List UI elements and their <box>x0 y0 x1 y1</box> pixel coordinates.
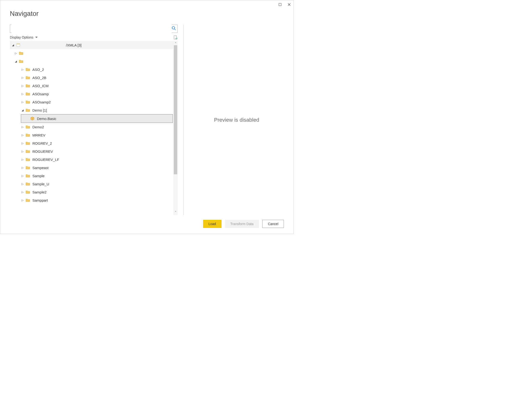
titlebar <box>0 0 294 9</box>
folder-icon <box>26 141 30 145</box>
dialog-footer: Load Transform Data Cancel <box>0 215 294 234</box>
preview-message: Preview is disabled <box>214 117 259 123</box>
tree-item[interactable]: ▷ Sample <box>10 172 173 180</box>
tree-item[interactable]: ◢ <box>10 57 173 65</box>
folder-icon <box>26 198 30 202</box>
left-pane: Display Options ◢ <box>10 25 178 215</box>
tree-item[interactable]: ▷ <box>10 49 173 57</box>
folder-icon <box>26 108 30 112</box>
chevron-down-icon <box>35 37 38 38</box>
folder-icon <box>26 182 30 186</box>
scroll-down-icon[interactable]: ˅ <box>175 211 176 214</box>
tree-item-label: ASO_2B <box>32 76 46 80</box>
tree-item-label: Demo [1] <box>32 108 47 112</box>
tree-item-label: Sample2 <box>32 190 46 194</box>
expander-icon[interactable]: ▷ <box>21 158 24 161</box>
tree-item[interactable]: ▷ Sample2 <box>10 188 173 196</box>
expander-icon[interactable]: ▷ <box>21 84 24 87</box>
expander-icon[interactable]: ▷ <box>21 142 24 145</box>
expander-icon[interactable]: ▷ <box>21 191 24 194</box>
tree-item-label: ASO_ICM <box>32 84 49 88</box>
tree-item-selected[interactable]: Demo.Basic <box>21 114 173 123</box>
tree-item[interactable]: ▷ Demo2 <box>10 123 173 131</box>
maximize-button[interactable] <box>278 3 282 6</box>
dialog-header: Navigator <box>0 8 294 25</box>
expander-icon[interactable]: ◢ <box>21 109 24 112</box>
expander-icon[interactable]: ▷ <box>21 134 24 137</box>
search-box[interactable] <box>10 25 178 33</box>
tree-item-label: ASOsamp <box>32 92 49 96</box>
folder-icon <box>19 59 23 63</box>
tree-item[interactable]: ▷ ROGUEREV <box>10 147 173 155</box>
folder-icon <box>19 51 23 55</box>
close-button[interactable] <box>287 3 291 6</box>
tree-item[interactable]: ▷ ASOsamp <box>10 90 173 98</box>
folder-icon <box>26 190 30 194</box>
search-icon[interactable] <box>172 26 176 31</box>
folder-icon <box>26 133 30 137</box>
expander-icon[interactable]: ▷ <box>21 68 24 71</box>
folder-icon <box>26 84 30 88</box>
folder-icon <box>26 68 30 71</box>
display-options-label: Display Options <box>10 35 33 39</box>
tree-item[interactable]: ▷ MRREV <box>10 131 173 139</box>
tree-item[interactable]: ▷ Sampeast <box>10 164 173 172</box>
tree-item-label: Demo2 <box>32 125 44 129</box>
expander-icon[interactable]: ◢ <box>11 43 15 47</box>
tree-root-label: /XMLA [3] <box>66 43 82 47</box>
folder-icon <box>26 149 30 153</box>
database-icon <box>16 43 20 47</box>
folder-icon <box>26 158 30 161</box>
svg-rect-7 <box>17 43 20 44</box>
tree-item-label: ROGUEREV_LF <box>32 158 59 162</box>
tree-item[interactable]: ▷ Sample_U <box>10 180 173 188</box>
scroll-track[interactable] <box>173 45 178 211</box>
load-button[interactable]: Load <box>203 220 221 228</box>
refresh-preview-button[interactable] <box>173 35 178 40</box>
tree-item-label: Sample <box>32 174 44 178</box>
tree-item-label: ROGUEREV <box>32 149 53 154</box>
tree-item[interactable]: ▷ ASOsamp2 <box>10 98 173 106</box>
tree-item[interactable]: ▷ ASO_2 <box>10 65 173 74</box>
tree-item[interactable]: ▷ Samppart <box>10 196 173 204</box>
svg-point-3 <box>172 27 175 29</box>
tree-item-demo[interactable]: ◢ Demo [1] <box>10 106 173 114</box>
expander-icon[interactable]: ▷ <box>21 76 24 79</box>
navigator-dialog: Navigator Display Options <box>0 0 294 234</box>
transform-data-button: Transform Data <box>225 220 259 228</box>
expander-icon[interactable]: ▷ <box>21 93 24 95</box>
tree-item-label: ASO_2 <box>32 68 44 72</box>
tree-item[interactable]: ▷ ASO_ICM <box>10 82 173 90</box>
expander-icon[interactable]: ▷ <box>14 52 18 55</box>
tree-item-label: Samppart <box>32 198 48 202</box>
tree-item[interactable]: ▷ ROGUEREV_LF <box>10 155 173 164</box>
scroll-up-icon[interactable]: ˄ <box>175 42 176 45</box>
expander-icon[interactable]: ▷ <box>21 150 24 153</box>
tree-item-label: ROGREV_2 <box>32 141 52 145</box>
navigator-tree[interactable]: ◢ /XMLA [3] ▷ ◢ <box>10 41 173 215</box>
expander-icon[interactable]: ▷ <box>21 101 24 104</box>
tree-item-label: Demo.Basic <box>37 117 56 121</box>
folder-icon <box>26 76 30 80</box>
expander-icon[interactable]: ▷ <box>21 182 24 186</box>
expander-icon[interactable]: ▷ <box>21 126 24 129</box>
display-options-dropdown[interactable]: Display Options <box>10 35 38 39</box>
folder-icon <box>26 174 30 178</box>
expander-icon[interactable]: ▷ <box>21 174 24 178</box>
tree-root[interactable]: ◢ /XMLA [3] <box>10 41 173 49</box>
folder-icon <box>26 125 30 129</box>
search-input[interactable] <box>11 25 172 33</box>
tree-item-label: Sample_U <box>32 182 49 186</box>
tree-item[interactable]: ▷ ROGREV_2 <box>10 139 173 147</box>
expander-icon[interactable]: ▷ <box>21 199 24 202</box>
tree-item[interactable]: ▷ ASO_2B <box>10 74 173 82</box>
scroll-thumb[interactable] <box>174 45 177 174</box>
expander-icon[interactable]: ▷ <box>21 166 24 169</box>
tree-scrollbar[interactable]: ˄ ˅ <box>173 41 178 215</box>
svg-rect-0 <box>279 3 281 6</box>
folder-icon <box>26 166 30 169</box>
cube-icon <box>30 117 34 120</box>
cancel-button[interactable]: Cancel <box>262 220 284 228</box>
expander-icon[interactable]: ◢ <box>14 60 18 63</box>
pane-divider <box>183 25 184 215</box>
